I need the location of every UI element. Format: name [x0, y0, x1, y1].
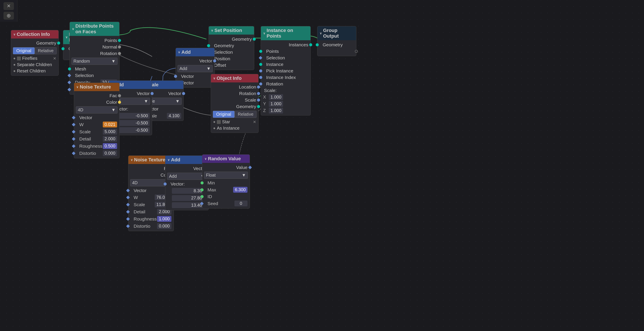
noise2-distortio-row: Distortio 0.000	[128, 222, 174, 230]
iop-points-in: Points	[261, 48, 310, 55]
dist-selection-in: Selection	[70, 72, 119, 79]
iop-rotation-in: Rotation	[261, 81, 310, 87]
iop-instance-in: Instance	[261, 61, 310, 68]
noise1-distortio-val[interactable]: 0.000	[103, 150, 117, 156]
scale-z-val[interactable]: 1.000	[269, 108, 283, 114]
dist-dropdown[interactable]: Random ▼	[72, 58, 118, 65]
oi-location-out: Location	[211, 84, 258, 90]
go-geometry-in: Geometry	[318, 42, 356, 48]
iop-scale-x: X 1.000	[261, 94, 310, 101]
noise1-vector-in: Vector	[74, 114, 119, 121]
toolbar: ✕ ⊕	[0, 0, 18, 22]
original-btn[interactable]: Original	[13, 47, 35, 54]
iop-selection-in: Selection	[261, 55, 310, 61]
dist-rotation-out: Rotation	[70, 50, 119, 57]
rv-dropdown[interactable]: Float ▼	[204, 172, 248, 179]
add1-header: ∨ Add	[176, 48, 214, 56]
group-output-header: ∨ Group Output	[318, 26, 356, 40]
oi-rotation-out: Rotation	[211, 90, 258, 97]
noise1-roughness-row: Roughness 0.500	[74, 142, 119, 150]
rv-seed-row: Seed 0	[202, 200, 250, 207]
tool-icon[interactable]: ✕	[4, 2, 14, 10]
scale-x-val[interactable]: 1.000	[269, 94, 283, 100]
noise1-fac-out: Fac	[74, 92, 119, 99]
cursor-icon[interactable]: ⊕	[4, 12, 14, 20]
noise1-scale-row: Scale 5.000	[74, 128, 119, 135]
noise1-scale-val[interactable]: 5.000	[103, 129, 117, 135]
separate-children-item: ● Separate Children	[11, 62, 58, 68]
sp-geometry-in: Geometry	[209, 43, 254, 49]
set-position-header: ∨ Set Position	[209, 26, 254, 35]
sp-offset-in: Offset	[209, 62, 254, 69]
go-socket-out	[318, 48, 356, 55]
rv-id-row: ID	[202, 193, 250, 200]
noise1-dropdown[interactable]: 4D ▼	[76, 106, 118, 114]
collection-info-geometry-out: Geometry	[11, 40, 58, 46]
as-instance-item: ● As Instance	[211, 125, 258, 131]
noise2-roughness-row: Roughness 1.000	[128, 215, 174, 222]
noise1-distortio-row: Distortio 0.000	[74, 150, 119, 157]
noise1-header: ∨ Noise Texture	[74, 83, 119, 91]
scale-y-val[interactable]: 1.000	[269, 101, 283, 107]
dist-mesh-in: Mesh	[70, 66, 119, 72]
iop-scale-z: Z 1.000	[261, 107, 310, 114]
fireflies-icon	[17, 57, 21, 61]
iop-pick-instance-in: Pick Instance	[261, 68, 310, 74]
fireflies-close[interactable]: ✕	[53, 56, 56, 61]
noise2-distortio-val[interactable]: 0.000	[157, 223, 172, 229]
dist-points-out: Points	[70, 37, 119, 44]
oi-geometry-out: Geometry	[211, 103, 258, 110]
sp-selection-in: Selection	[209, 49, 254, 56]
set-position-node: ∨ Set Position Geometry Geometry Selecti…	[208, 26, 254, 70]
rv-max-row: Max 6.300	[202, 186, 250, 193]
noise1-roughness-val[interactable]: 0.500	[103, 143, 117, 149]
object-info-header: ∨ Object Info	[211, 74, 258, 82]
star-item: ● Star ✕	[211, 119, 258, 125]
noise1-w-row: W 0.021	[74, 121, 119, 128]
add1-vector-out: Vector	[176, 58, 214, 64]
star-close[interactable]: ✕	[253, 120, 256, 124]
noise1-w-val[interactable]: 0.021	[103, 122, 117, 127]
instance-header: ∨ Instance on Points	[261, 26, 310, 40]
group-output-node: ∨ Group Output Geometry	[317, 26, 356, 56]
iop-scale-y: Y 1.000	[261, 101, 310, 107]
object-info-node: ∨ Object Info Location Rotation Scale Ge…	[211, 74, 258, 133]
iop-instances-out: Instances	[261, 42, 310, 48]
star-icon	[217, 120, 221, 124]
geometry-in-socket[interactable]	[62, 47, 64, 50]
noise2-roughness-val[interactable]: 1.000	[157, 216, 172, 222]
rv-max-val[interactable]: 6.300	[233, 187, 248, 193]
relative-btn[interactable]: Relative	[35, 47, 57, 54]
dist-normal-out: Normal	[70, 44, 119, 50]
oi-original-btn[interactable]: Original	[213, 111, 235, 118]
iop-instance-index-in: Instance Index	[261, 74, 310, 81]
oi-scale-out: Scale	[211, 97, 258, 103]
noise-texture-1-node: ∨ Noise Texture Fac Color 4D ▼ Vector W …	[74, 83, 120, 158]
sp-geometry-out: Geometry	[209, 36, 254, 43]
distribute-points-header: ∨ Distribute Points on Faces	[70, 22, 119, 36]
reset-children-item: ● Reset Children	[11, 68, 58, 74]
iop-scale-label: Scale:	[261, 87, 310, 94]
noise1-detail-row: Detail 2.000	[74, 135, 119, 142]
noise1-detail-val[interactable]: 2.000	[103, 136, 117, 142]
add1-vector-in1: Vector	[176, 73, 214, 80]
add1-dropdown[interactable]: Add ▼	[178, 65, 213, 72]
rv-seed-val[interactable]: 0	[234, 200, 248, 206]
noise1-color-out: Color	[74, 99, 119, 106]
rv-min-row: Min	[202, 180, 250, 186]
random-value-header: ∨ Random Value	[202, 155, 250, 163]
collection-info-node: ∨ Collection Info Geometry Original Rela…	[11, 30, 59, 76]
add3-dropdown[interactable]: Add ▼	[167, 173, 207, 180]
fireflies-item: ● Fireflies ✕	[11, 55, 58, 62]
scale-val[interactable]: 4.100	[167, 113, 181, 119]
collection-info-header: ∨ Collection Info	[11, 30, 58, 39]
oi-relative-btn[interactable]: Relative	[235, 111, 256, 118]
geometry-out-socket[interactable]	[57, 42, 60, 45]
random-value-node: ∨ Random Value Value Float ▼ Min Max 6.3…	[202, 154, 250, 209]
rv-value-out: Value	[202, 164, 250, 171]
instance-on-points-node: ∨ Instance on Points Instances Points Se…	[261, 26, 311, 116]
